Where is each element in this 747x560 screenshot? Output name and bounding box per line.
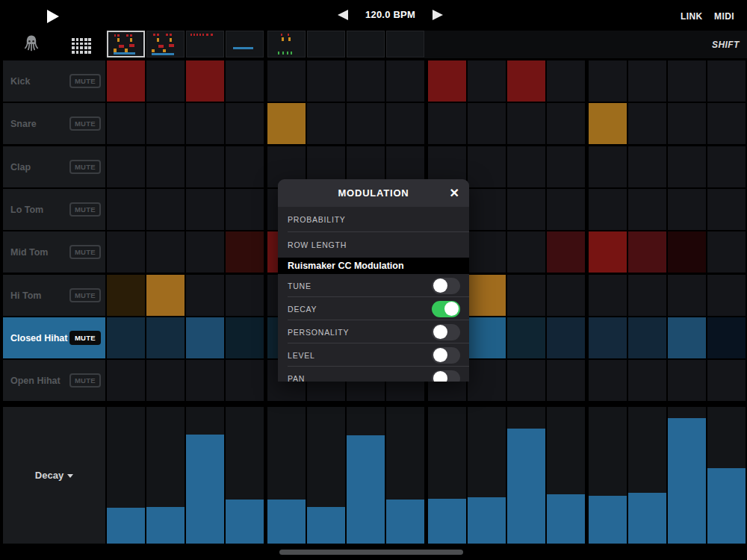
shift-button[interactable]: SHIFT: [712, 40, 740, 50]
step-cell-r4-c12[interactable]: [547, 189, 585, 230]
step-cell-r8-c12[interactable]: [547, 360, 585, 401]
step-cell-r7-c11[interactable]: [507, 317, 545, 358]
track-row-kick[interactable]: KickMUTE: [3, 60, 105, 102]
link-button[interactable]: LINK: [681, 11, 703, 22]
step-cell-r4-c4[interactable]: [226, 189, 264, 230]
step-cell-r5-c13[interactable]: [589, 231, 627, 273]
play-button[interactable]: [47, 10, 62, 23]
step-cell-r6-c3[interactable]: [186, 275, 224, 316]
track-row-lo-tom[interactable]: Lo TomMUTE: [3, 189, 105, 230]
step-cell-r6-c14[interactable]: [628, 275, 666, 316]
bpm-decrease-icon[interactable]: [338, 10, 348, 20]
step-cell-r4-c11[interactable]: [507, 189, 545, 230]
mute-button[interactable]: MUTE: [69, 245, 101, 259]
step-cell-r8-c2[interactable]: [146, 360, 185, 401]
step-cell-r2-c10[interactable]: [468, 103, 506, 144]
pattern-thumbnail-4[interactable]: [226, 31, 264, 57]
step-cell-r5-c4[interactable]: [226, 231, 264, 273]
modal-item-row-length[interactable]: ROW LENGTH: [278, 232, 469, 258]
modulation-bar-slot-14[interactable]: [628, 407, 666, 544]
ruismaker-logo-icon[interactable]: [23, 34, 40, 57]
step-cell-r1-c5[interactable]: [267, 60, 306, 102]
step-cell-r3-c16[interactable]: [707, 146, 746, 187]
level-toggle[interactable]: [432, 347, 460, 364]
track-row-closed-hihat[interactable]: Closed HihatMUTE: [3, 317, 105, 358]
pattern-thumbnail-2[interactable]: [146, 31, 185, 57]
mute-button[interactable]: MUTE: [69, 288, 101, 302]
mute-button[interactable]: MUTE: [69, 331, 101, 345]
step-cell-r1-c11[interactable]: [507, 60, 545, 102]
step-cell-r1-c9[interactable]: [428, 60, 466, 102]
step-cell-r3-c1[interactable]: [107, 146, 145, 187]
modulation-bar-slot-11[interactable]: [507, 407, 545, 544]
modulation-param-selector[interactable]: Decay: [3, 407, 105, 544]
modulation-bar-slot-15[interactable]: [668, 407, 706, 544]
step-cell-r7-c4[interactable]: [226, 317, 264, 358]
step-cell-r2-c5[interactable]: [267, 103, 306, 144]
step-cell-r8-c11[interactable]: [507, 360, 545, 401]
step-cell-r5-c2[interactable]: [146, 231, 185, 273]
step-cell-r4-c13[interactable]: [589, 189, 627, 230]
modulation-bar-slot-16[interactable]: [707, 407, 746, 544]
midi-button[interactable]: MIDI: [714, 11, 734, 22]
step-cell-r3-c4[interactable]: [226, 146, 264, 187]
step-cell-r6-c11[interactable]: [507, 275, 545, 316]
step-cell-r2-c7[interactable]: [347, 103, 385, 144]
modulation-bar-slot-10[interactable]: [468, 407, 506, 544]
pattern-thumbnail-7[interactable]: [347, 31, 385, 57]
track-row-snare[interactable]: SnareMUTE: [3, 103, 105, 144]
step-cell-r2-c13[interactable]: [589, 103, 627, 144]
mute-button[interactable]: MUTE: [69, 202, 101, 217]
step-cell-r6-c2[interactable]: [146, 275, 185, 316]
step-cell-r3-c2[interactable]: [146, 146, 185, 187]
modulation-bar-slot-12[interactable]: [547, 407, 585, 544]
modulation-bar-slot-3[interactable]: [186, 407, 224, 544]
step-cell-r2-c6[interactable]: [307, 103, 345, 144]
step-cell-r1-c3[interactable]: [186, 60, 224, 102]
step-cell-r7-c10[interactable]: [468, 317, 506, 358]
modulation-bar-slot-1[interactable]: [107, 407, 145, 544]
step-cell-r5-c14[interactable]: [628, 231, 666, 273]
step-cell-r8-c4[interactable]: [226, 360, 264, 401]
step-cell-r7-c2[interactable]: [146, 317, 185, 358]
step-cell-r4-c16[interactable]: [707, 189, 746, 230]
step-cell-r3-c14[interactable]: [628, 146, 666, 187]
step-cell-r2-c16[interactable]: [707, 103, 746, 144]
step-cell-r2-c12[interactable]: [547, 103, 585, 144]
step-cell-r7-c16[interactable]: [707, 317, 746, 358]
pattern-thumbnail-1[interactable]: [107, 31, 145, 57]
step-cell-r4-c2[interactable]: [146, 189, 185, 230]
bpm-increase-icon[interactable]: [433, 10, 443, 20]
track-row-open-hihat[interactable]: Open HihatMUTE: [3, 360, 105, 401]
pattern-thumbnail-8[interactable]: [386, 31, 424, 57]
track-row-hi-tom[interactable]: Hi TomMUTE: [3, 275, 105, 316]
step-cell-r1-c2[interactable]: [146, 60, 185, 102]
modulation-bar-slot-7[interactable]: [347, 407, 385, 544]
step-cell-r4-c15[interactable]: [668, 189, 706, 230]
step-cell-r5-c10[interactable]: [468, 231, 506, 273]
step-cell-r3-c11[interactable]: [507, 146, 545, 187]
step-cell-r5-c3[interactable]: [186, 231, 224, 273]
step-cell-r4-c3[interactable]: [186, 189, 224, 230]
step-cell-r1-c13[interactable]: [589, 60, 627, 102]
step-cell-r2-c11[interactable]: [507, 103, 545, 144]
mute-button[interactable]: MUTE: [69, 160, 101, 174]
step-cell-r1-c4[interactable]: [226, 60, 264, 102]
pattern-thumbnail-3[interactable]: [186, 31, 224, 57]
step-cell-r6-c4[interactable]: [226, 275, 264, 316]
mute-button[interactable]: MUTE: [69, 373, 101, 388]
step-cell-r6-c15[interactable]: [668, 275, 706, 316]
step-cell-r2-c8[interactable]: [386, 103, 424, 144]
pattern-thumbnail-6[interactable]: [307, 31, 345, 57]
step-cell-r8-c15[interactable]: [668, 360, 706, 401]
step-cell-r5-c1[interactable]: [107, 231, 145, 273]
step-cell-r2-c14[interactable]: [628, 103, 666, 144]
modulation-bar-slot-6[interactable]: [307, 407, 345, 544]
pattern-thumbnail-5[interactable]: [267, 31, 306, 57]
step-cell-r5-c16[interactable]: [707, 231, 746, 273]
step-cell-r4-c14[interactable]: [628, 189, 666, 230]
grid-view-icon[interactable]: [72, 38, 91, 54]
home-indicator[interactable]: [279, 550, 463, 555]
step-cell-r1-c7[interactable]: [347, 60, 385, 102]
mute-button[interactable]: MUTE: [69, 74, 101, 88]
